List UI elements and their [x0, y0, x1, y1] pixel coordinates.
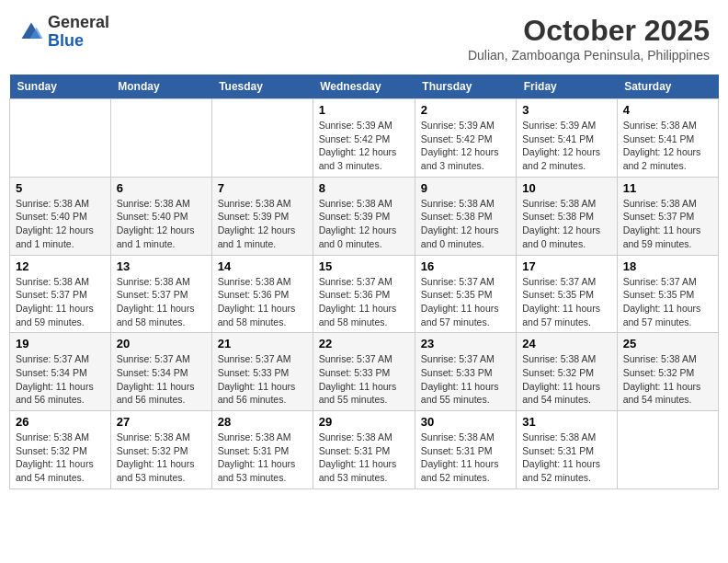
title-block: October 2025 Dulian, Zamboanga Peninsula… — [468, 14, 710, 63]
day-number: 28 — [218, 415, 307, 429]
day-info: Sunrise: 5:38 AM Sunset: 5:36 PM Dayligh… — [218, 275, 307, 329]
day-header-thursday: Thursday — [415, 75, 516, 99]
day-header-monday: Monday — [110, 75, 211, 99]
calendar-cell: 12Sunrise: 5:38 AM Sunset: 5:37 PM Dayli… — [10, 255, 111, 333]
day-info: Sunrise: 5:38 AM Sunset: 5:31 PM Dayligh… — [421, 431, 510, 485]
day-info: Sunrise: 5:38 AM Sunset: 5:32 PM Dayligh… — [16, 431, 105, 485]
day-number: 24 — [522, 337, 610, 350]
day-info: Sunrise: 5:38 AM Sunset: 5:32 PM Dayligh… — [117, 431, 206, 485]
day-info: Sunrise: 5:38 AM Sunset: 5:32 PM Dayligh… — [623, 352, 712, 407]
day-number: 26 — [16, 415, 105, 429]
day-number: 3 — [522, 103, 610, 117]
day-number: 13 — [117, 259, 206, 273]
calendar-cell: 9Sunrise: 5:38 AM Sunset: 5:38 PM Daylig… — [415, 177, 516, 255]
calendar-cell: 11Sunrise: 5:38 AM Sunset: 5:37 PM Dayli… — [617, 177, 718, 255]
calendar-table: SundayMondayTuesdayWednesdayThursdayFrid… — [9, 75, 719, 489]
calendar-cell: 13Sunrise: 5:38 AM Sunset: 5:37 PM Dayli… — [110, 255, 211, 333]
day-number: 20 — [117, 337, 206, 350]
day-number: 9 — [421, 181, 510, 195]
calendar-cell: 6Sunrise: 5:38 AM Sunset: 5:40 PM Daylig… — [110, 177, 211, 255]
calendar-week-row: 1Sunrise: 5:39 AM Sunset: 5:42 PM Daylig… — [10, 99, 719, 178]
day-number: 30 — [421, 415, 510, 429]
day-info: Sunrise: 5:38 AM Sunset: 5:37 PM Dayligh… — [16, 275, 105, 329]
calendar-cell: 18Sunrise: 5:37 AM Sunset: 5:35 PM Dayli… — [617, 255, 718, 333]
day-number: 2 — [421, 103, 510, 117]
day-number: 25 — [623, 337, 712, 350]
calendar-cell: 19Sunrise: 5:37 AM Sunset: 5:34 PM Dayli… — [10, 333, 111, 411]
calendar-week-row: 5Sunrise: 5:38 AM Sunset: 5:40 PM Daylig… — [10, 177, 719, 255]
calendar-week-row: 26Sunrise: 5:38 AM Sunset: 5:32 PM Dayli… — [10, 411, 719, 489]
day-number: 15 — [319, 259, 409, 273]
day-info: Sunrise: 5:38 AM Sunset: 5:38 PM Dayligh… — [522, 197, 610, 251]
calendar-cell: 2Sunrise: 5:39 AM Sunset: 5:42 PM Daylig… — [415, 99, 516, 178]
day-number: 31 — [522, 415, 610, 429]
day-info: Sunrise: 5:38 AM Sunset: 5:38 PM Dayligh… — [421, 197, 510, 251]
logo-blue-text: Blue — [48, 32, 109, 51]
calendar-cell: 10Sunrise: 5:38 AM Sunset: 5:38 PM Dayli… — [517, 177, 617, 255]
calendar-cell: 24Sunrise: 5:38 AM Sunset: 5:32 PM Dayli… — [517, 333, 617, 411]
day-number: 21 — [218, 337, 307, 350]
day-info: Sunrise: 5:39 AM Sunset: 5:42 PM Dayligh… — [421, 119, 510, 173]
calendar-cell — [211, 99, 313, 178]
day-info: Sunrise: 5:37 AM Sunset: 5:33 PM Dayligh… — [218, 352, 307, 407]
day-number: 6 — [117, 181, 206, 195]
calendar-cell: 17Sunrise: 5:37 AM Sunset: 5:35 PM Dayli… — [517, 255, 617, 333]
logo-icon — [18, 19, 44, 45]
day-number: 22 — [319, 337, 409, 350]
calendar-header-row: SundayMondayTuesdayWednesdayThursdayFrid… — [10, 75, 719, 99]
calendar-cell: 22Sunrise: 5:37 AM Sunset: 5:33 PM Dayli… — [313, 333, 415, 411]
day-number: 1 — [319, 103, 409, 117]
calendar-cell: 23Sunrise: 5:37 AM Sunset: 5:33 PM Dayli… — [415, 333, 516, 411]
day-info: Sunrise: 5:38 AM Sunset: 5:31 PM Dayligh… — [522, 431, 610, 485]
day-info: Sunrise: 5:37 AM Sunset: 5:33 PM Dayligh… — [319, 352, 409, 407]
calendar-cell: 20Sunrise: 5:37 AM Sunset: 5:34 PM Dayli… — [110, 333, 211, 411]
day-number: 29 — [319, 415, 409, 429]
day-number: 19 — [16, 337, 105, 350]
calendar-cell: 5Sunrise: 5:38 AM Sunset: 5:40 PM Daylig… — [10, 177, 111, 255]
day-info: Sunrise: 5:37 AM Sunset: 5:36 PM Dayligh… — [319, 275, 409, 329]
day-info: Sunrise: 5:37 AM Sunset: 5:35 PM Dayligh… — [522, 275, 610, 329]
day-info: Sunrise: 5:38 AM Sunset: 5:40 PM Dayligh… — [117, 197, 206, 251]
calendar-cell: 25Sunrise: 5:38 AM Sunset: 5:32 PM Dayli… — [617, 333, 718, 411]
day-number: 23 — [421, 337, 510, 350]
day-info: Sunrise: 5:37 AM Sunset: 5:35 PM Dayligh… — [623, 275, 712, 329]
day-info: Sunrise: 5:38 AM Sunset: 5:32 PM Dayligh… — [522, 352, 610, 407]
day-number: 16 — [421, 259, 510, 273]
day-number: 7 — [218, 181, 307, 195]
day-info: Sunrise: 5:37 AM Sunset: 5:33 PM Dayligh… — [421, 352, 510, 407]
calendar-cell: 28Sunrise: 5:38 AM Sunset: 5:31 PM Dayli… — [211, 411, 313, 489]
calendar-cell: 14Sunrise: 5:38 AM Sunset: 5:36 PM Dayli… — [211, 255, 313, 333]
calendar-week-row: 12Sunrise: 5:38 AM Sunset: 5:37 PM Dayli… — [10, 255, 719, 333]
day-header-friday: Friday — [517, 75, 617, 99]
day-number: 5 — [16, 181, 105, 195]
location-title: Dulian, Zamboanga Peninsula, Philippines — [468, 48, 710, 63]
calendar-cell — [110, 99, 211, 178]
month-title: October 2025 — [468, 14, 710, 48]
calendar-cell: 27Sunrise: 5:38 AM Sunset: 5:32 PM Dayli… — [110, 411, 211, 489]
day-number: 11 — [623, 181, 712, 195]
calendar-cell: 31Sunrise: 5:38 AM Sunset: 5:31 PM Dayli… — [517, 411, 617, 489]
day-info: Sunrise: 5:38 AM Sunset: 5:37 PM Dayligh… — [117, 275, 206, 329]
day-number: 17 — [522, 259, 610, 273]
day-info: Sunrise: 5:38 AM Sunset: 5:39 PM Dayligh… — [319, 197, 409, 251]
calendar-cell: 1Sunrise: 5:39 AM Sunset: 5:42 PM Daylig… — [313, 99, 415, 178]
day-number: 27 — [117, 415, 206, 429]
day-number: 12 — [16, 259, 105, 273]
day-header-sunday: Sunday — [10, 75, 111, 99]
day-info: Sunrise: 5:38 AM Sunset: 5:31 PM Dayligh… — [218, 431, 307, 485]
calendar-cell: 29Sunrise: 5:38 AM Sunset: 5:31 PM Dayli… — [313, 411, 415, 489]
calendar-cell: 21Sunrise: 5:37 AM Sunset: 5:33 PM Dayli… — [211, 333, 313, 411]
calendar-cell: 30Sunrise: 5:38 AM Sunset: 5:31 PM Dayli… — [415, 411, 516, 489]
day-number: 8 — [319, 181, 409, 195]
day-number: 4 — [623, 103, 712, 117]
day-info: Sunrise: 5:38 AM Sunset: 5:40 PM Dayligh… — [16, 197, 105, 251]
day-info: Sunrise: 5:37 AM Sunset: 5:34 PM Dayligh… — [117, 352, 206, 407]
day-info: Sunrise: 5:38 AM Sunset: 5:31 PM Dayligh… — [319, 431, 409, 485]
calendar-week-row: 19Sunrise: 5:37 AM Sunset: 5:34 PM Dayli… — [10, 333, 719, 411]
day-info: Sunrise: 5:39 AM Sunset: 5:42 PM Dayligh… — [319, 119, 409, 173]
calendar-cell — [617, 411, 718, 489]
calendar-cell: 3Sunrise: 5:39 AM Sunset: 5:41 PM Daylig… — [517, 99, 617, 178]
calendar-cell: 16Sunrise: 5:37 AM Sunset: 5:35 PM Dayli… — [415, 255, 516, 333]
logo-general-text: General — [48, 14, 109, 32]
calendar-cell — [10, 99, 111, 178]
